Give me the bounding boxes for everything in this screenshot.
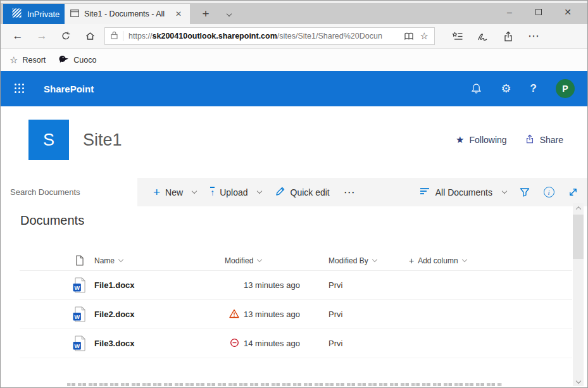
home-button[interactable] bbox=[78, 25, 102, 47]
inprivate-icon bbox=[12, 8, 22, 20]
new-label: New bbox=[165, 187, 183, 197]
column-headers: Name Modified Modified By +Add column bbox=[20, 251, 572, 271]
favorite-label: Resort bbox=[22, 56, 46, 65]
favorites-hub-icon[interactable] bbox=[445, 25, 470, 47]
upload-button[interactable]: ↑ Upload bbox=[203, 178, 268, 206]
new-tab-button[interactable]: + bbox=[194, 4, 217, 24]
tab-list-chevron-icon[interactable] bbox=[218, 4, 240, 24]
url-domain: sk200410outlook.sharepoint.com bbox=[153, 32, 277, 41]
address-bar: ← → https://sk200410outlook.sharepoint.c… bbox=[1, 24, 587, 49]
browser-tab[interactable]: Site1 - Documents - All ✕ bbox=[65, 4, 190, 24]
settings-more-icon[interactable]: ⋯ bbox=[521, 25, 546, 47]
url-scheme: https:// bbox=[128, 32, 153, 41]
notifications-bell-icon[interactable] bbox=[471, 83, 482, 94]
file-modified: 13 minutes ago bbox=[244, 280, 328, 290]
quick-edit-button[interactable]: Quick edit bbox=[268, 178, 337, 206]
file-row[interactable]: W File1.docx 13 minutes ago Prvi bbox=[20, 271, 572, 300]
word-file-icon: W bbox=[64, 277, 94, 293]
more-commands-button[interactable]: ⋯ bbox=[337, 178, 363, 206]
file-row[interactable]: W File3.docx 14 minutes ago Prvi bbox=[20, 329, 572, 358]
file-rows: W File1.docx 13 minutes ago Prvi W File2… bbox=[20, 271, 572, 358]
file-name[interactable]: File1.docx bbox=[94, 280, 225, 290]
scroll-up-icon[interactable] bbox=[573, 203, 584, 213]
column-header-name[interactable]: Name bbox=[94, 256, 225, 265]
inprivate-badge: InPrivate bbox=[3, 4, 68, 24]
share-label: Share bbox=[540, 135, 563, 145]
svg-text:W: W bbox=[74, 285, 80, 291]
user-avatar[interactable]: P bbox=[556, 79, 575, 98]
tab-close-icon[interactable]: ✕ bbox=[173, 8, 184, 20]
file-name[interactable]: File2.docx bbox=[94, 310, 225, 319]
maximize-icon bbox=[535, 9, 542, 15]
upload-icon: ↑ bbox=[210, 187, 215, 197]
info-icon[interactable]: i bbox=[537, 178, 561, 206]
command-bar: + New ↑ Upload Quick edit ⋯ bbox=[1, 178, 587, 206]
following-button[interactable]: ★ Following bbox=[456, 134, 507, 146]
minimize-button[interactable]: – bbox=[495, 1, 524, 23]
url-divider bbox=[123, 31, 123, 41]
favorite-item-cuoco[interactable]: Cuoco bbox=[58, 54, 96, 65]
column-header-modified[interactable]: Modified bbox=[225, 256, 328, 265]
share-icon bbox=[525, 134, 535, 146]
tab-bar: InPrivate Site1 - Documents - All ✕ + – … bbox=[1, 1, 587, 24]
file-modified-by: Prvi bbox=[328, 339, 409, 348]
favorites-bar: ☆ Resort Cuoco bbox=[1, 49, 587, 71]
refresh-button[interactable] bbox=[54, 25, 78, 47]
scroll-down-icon[interactable] bbox=[573, 376, 584, 386]
column-header-modified-by[interactable]: Modified By bbox=[328, 256, 409, 265]
sharepoint-suite-bar: SharePoint ⚙ ? P bbox=[1, 71, 587, 106]
app-launcher-waffle-icon[interactable] bbox=[15, 84, 25, 94]
window-controls: – ✕ bbox=[495, 1, 582, 23]
browser-share-icon[interactable] bbox=[496, 25, 521, 47]
back-button[interactable]: ← bbox=[6, 25, 30, 47]
app-name[interactable]: SharePoint bbox=[44, 84, 94, 94]
svg-text:W: W bbox=[74, 314, 80, 320]
word-file-icon: W bbox=[64, 306, 94, 322]
url-field[interactable]: https://sk200410outlook.sharepoint.com/s… bbox=[104, 27, 435, 45]
share-button[interactable]: Share bbox=[525, 134, 563, 146]
file-modified: 13 minutes ago bbox=[244, 310, 328, 319]
reading-view-icon[interactable] bbox=[404, 32, 414, 41]
view-lines-icon bbox=[420, 187, 430, 197]
add-notes-pen-icon[interactable] bbox=[470, 25, 496, 47]
lock-icon bbox=[111, 31, 118, 41]
view-selector-label: All Documents bbox=[435, 187, 492, 197]
cropped-text-artifact bbox=[67, 383, 502, 386]
file-name[interactable]: File3.docx bbox=[94, 339, 225, 348]
filter-funnel-icon[interactable] bbox=[513, 178, 537, 206]
settings-gear-icon[interactable]: ⚙ bbox=[501, 82, 511, 96]
expand-fullscreen-icon[interactable] bbox=[561, 178, 585, 206]
file-modified-by: Prvi bbox=[328, 280, 409, 290]
close-button[interactable]: ✕ bbox=[553, 1, 582, 23]
view-selector[interactable]: All Documents bbox=[413, 178, 513, 206]
bird-favicon-icon bbox=[58, 54, 69, 65]
scrollbar-thumb[interactable] bbox=[573, 215, 584, 259]
following-label: Following bbox=[470, 135, 507, 145]
add-favorite-star-icon[interactable]: ☆ bbox=[420, 30, 428, 42]
search-input[interactable] bbox=[9, 187, 129, 197]
new-button[interactable]: + New bbox=[146, 178, 203, 206]
add-column-button[interactable]: +Add column bbox=[409, 256, 572, 266]
tab-favicon bbox=[70, 9, 79, 19]
file-row[interactable]: W File2.docx 13 minutes ago Prvi bbox=[20, 300, 572, 329]
forward-button[interactable]: → bbox=[30, 25, 54, 47]
browser-toolbar-icons: ⋯ bbox=[445, 25, 546, 47]
site-title[interactable]: Site1 bbox=[83, 130, 122, 150]
pencil-icon bbox=[275, 186, 285, 198]
site-logo[interactable]: S bbox=[28, 120, 69, 160]
maximize-button[interactable] bbox=[524, 1, 553, 23]
svg-text:W: W bbox=[74, 343, 80, 349]
favorite-label: Cuoco bbox=[73, 56, 96, 65]
file-modified-by: Prvi bbox=[328, 310, 409, 319]
blocked-icon bbox=[230, 338, 239, 349]
vertical-scrollbar[interactable] bbox=[573, 203, 584, 386]
upload-label: Upload bbox=[220, 187, 247, 197]
search-box[interactable] bbox=[1, 178, 137, 206]
word-file-icon: W bbox=[64, 335, 94, 351]
file-type-column-icon[interactable] bbox=[64, 255, 94, 266]
favorite-item-resort[interactable]: ☆ Resort bbox=[9, 54, 46, 66]
help-icon[interactable]: ? bbox=[530, 82, 537, 95]
tab-title: Site1 - Documents - All bbox=[84, 9, 168, 18]
url-path: /sites/Site1/Shared%20Docun bbox=[277, 32, 382, 41]
browser-window: InPrivate Site1 - Documents - All ✕ + – … bbox=[0, 0, 588, 388]
